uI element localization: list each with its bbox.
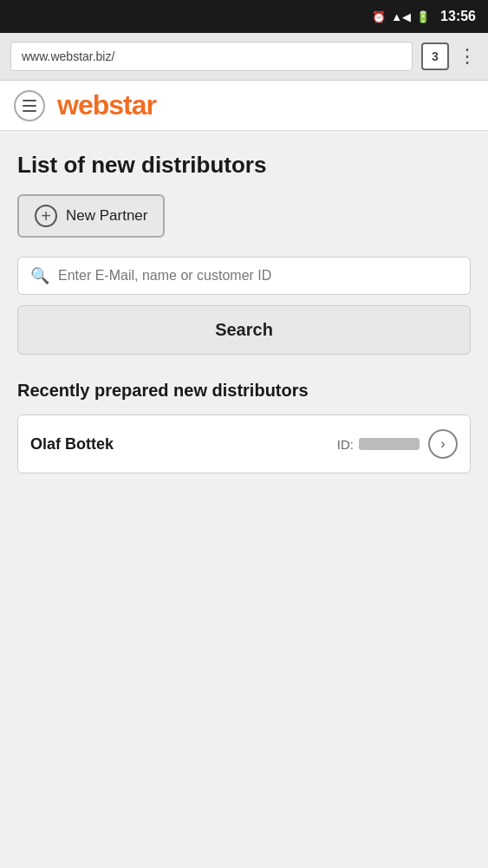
brand-logo: webstar bbox=[57, 89, 156, 121]
nav-bar: webstar bbox=[0, 81, 488, 131]
alarm-icon: ⏰ bbox=[372, 10, 386, 23]
recently-section-title: Recently prepared new distributors bbox=[17, 381, 471, 401]
status-icons: ⏰ ▲◀ 🔋 13:56 bbox=[372, 9, 476, 24]
plus-icon: + bbox=[35, 205, 57, 227]
search-button[interactable]: Search bbox=[17, 305, 471, 355]
browser-menu-button[interactable]: ⋮ bbox=[458, 45, 478, 68]
distributor-id-value bbox=[359, 438, 420, 450]
distributor-card: Olaf Bottek ID: › bbox=[17, 414, 471, 473]
status-bar: ⏰ ▲◀ 🔋 13:56 bbox=[0, 0, 488, 33]
distributor-id: ID: bbox=[337, 437, 420, 452]
distributor-name: Olaf Bottek bbox=[30, 435, 329, 454]
distributor-arrow-button[interactable]: › bbox=[428, 429, 458, 459]
new-partner-button[interactable]: + New Partner bbox=[17, 194, 165, 238]
nav-menu-button[interactable] bbox=[14, 90, 45, 121]
main-content: List of new distributors + New Partner 🔍… bbox=[0, 131, 488, 494]
new-partner-label: New Partner bbox=[66, 207, 147, 225]
status-time: 13:56 bbox=[440, 9, 476, 24]
battery-icon: 🔋 bbox=[416, 10, 430, 23]
address-bar[interactable]: www.webstar.biz/ bbox=[10, 42, 413, 71]
page-title: List of new distributors bbox=[17, 152, 471, 179]
signal-icon: ▲◀ bbox=[391, 10, 411, 23]
hamburger-icon bbox=[23, 100, 36, 112]
search-input[interactable] bbox=[58, 268, 458, 284]
browser-chrome: www.webstar.biz/ 3 ⋮ bbox=[0, 33, 488, 81]
tab-count[interactable]: 3 bbox=[421, 42, 449, 70]
search-icon: 🔍 bbox=[30, 266, 49, 285]
search-area: 🔍 bbox=[17, 257, 471, 295]
